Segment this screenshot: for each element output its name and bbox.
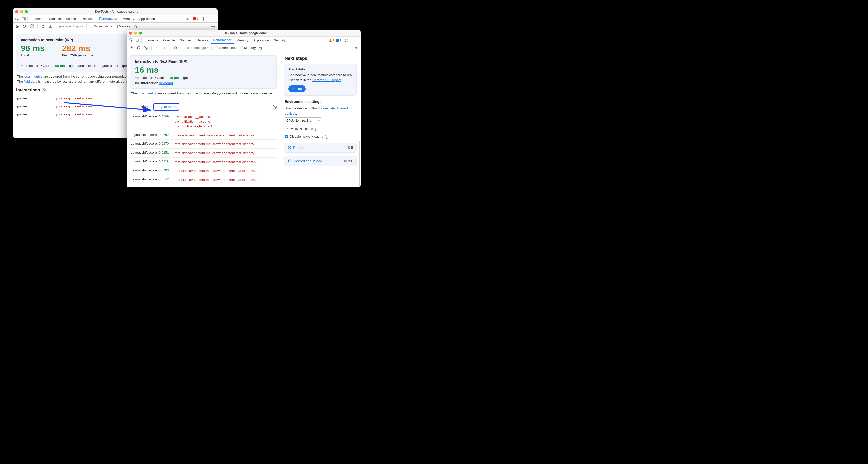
titlebar: DevTools - fonts.google.com/: [127, 30, 361, 37]
more-icon[interactable]: ⋮: [352, 38, 358, 42]
tab-sources[interactable]: Sources: [63, 15, 80, 22]
layout-shift-row[interactable]: Layout shift score: 0.0251 mat-sidenav-c…: [130, 149, 277, 158]
tab-performance[interactable]: Performance: [97, 15, 120, 22]
inp-value: 16 ms: [135, 65, 272, 74]
clear-icon[interactable]: [144, 46, 148, 50]
inp-interaction-link[interactable]: keyboard: [159, 81, 173, 85]
close-icon[interactable]: [129, 32, 132, 35]
interactions-tabs: Interactions Layout shifts: [130, 103, 277, 111]
tab-sources[interactable]: Sources: [177, 37, 194, 44]
recordings-dropdown[interactable]: (no recordings): [184, 46, 209, 50]
next-steps-pane: Next steps Field data See how your local…: [280, 52, 361, 187]
panel-settings-icon[interactable]: [354, 46, 359, 50]
layout-shift-row[interactable]: Layout shift score: 0.0228 mat-sidenav-c…: [130, 158, 277, 166]
layout-shift-list: Layout shift score: 0.0269 div.notificat…: [130, 113, 277, 184]
local-metrics-link[interactable]: local metrics: [24, 75, 42, 79]
close-icon[interactable]: [15, 10, 18, 13]
inp-card: Interaction to Next Paint (INP) 16 ms Yo…: [130, 55, 277, 89]
warnings-badge[interactable]: 1: [329, 39, 335, 42]
layout-shift-row[interactable]: Layout shift score: 0.0142 mat-sidenav-c…: [130, 175, 277, 184]
tab-elements[interactable]: Elements: [142, 37, 160, 44]
tab-memory[interactable]: Memory: [120, 15, 137, 22]
checkbox-icon: [215, 46, 218, 50]
inp-desc: Your local INP value of 16 ms is good.: [135, 76, 272, 80]
tab-memory[interactable]: Memory: [234, 37, 251, 44]
gc-icon[interactable]: [258, 46, 263, 50]
layout-shift-row[interactable]: Layout shift score: 0.0203 mat-sidenav-c…: [130, 166, 277, 175]
clear-icon[interactable]: [29, 25, 34, 28]
svg-rect-1: [22, 18, 25, 20]
reload-icon[interactable]: [136, 46, 141, 50]
inspect-icon[interactable]: [128, 38, 134, 42]
crux-link[interactable]: Chrome UX Report: [312, 78, 341, 82]
recordings-dropdown[interactable]: (no recordings): [59, 25, 83, 28]
upload-icon[interactable]: [155, 46, 160, 50]
home-icon[interactable]: [173, 46, 178, 50]
reload-icon[interactable]: [22, 25, 27, 28]
clear-list-icon[interactable]: [273, 105, 277, 109]
tab-security[interactable]: Security: [271, 37, 288, 44]
tab-elements[interactable]: Elements: [28, 15, 46, 22]
tab-network[interactable]: Network: [80, 15, 97, 22]
screenshots-checkbox[interactable]: Screenshots: [215, 46, 237, 50]
info-badge[interactable]: 1: [336, 39, 341, 42]
layout-shift-row[interactable]: Layout shift score: 0.0282 mat-sidenav-c…: [130, 131, 277, 140]
more-icon[interactable]: ⋮: [209, 17, 215, 21]
layout-shift-row[interactable]: Layout shift score: 0.0270 mat-sidenav-c…: [130, 140, 277, 149]
svg-rect-8: [136, 39, 138, 41]
inp-local-value: 96 ms: [21, 44, 44, 53]
download-icon: [162, 46, 167, 50]
settings-icon[interactable]: [343, 38, 350, 42]
disable-cache-checkbox[interactable]: Disable network cache ?: [285, 134, 356, 139]
inp-interaction: INP interaction keyboard: [135, 81, 272, 85]
tab-performance[interactable]: Performance: [211, 37, 234, 44]
record-action[interactable]: Record ⌘ E: [284, 143, 357, 153]
screenshots-checkbox[interactable]: Screenshots: [90, 25, 112, 28]
panel-settings-icon[interactable]: [211, 25, 216, 28]
checkbox-icon: [90, 25, 93, 28]
device-toolbar-icon[interactable]: [21, 17, 27, 21]
cpu-throttling-select[interactable]: CPU: No throttling: [285, 118, 321, 124]
warnings-badge[interactable]: 2: [186, 17, 191, 21]
tab-application[interactable]: Application: [251, 37, 272, 44]
field-data-link[interactable]: field data: [24, 80, 37, 83]
record-reload-action[interactable]: Record and reload ⌘ ⇧ E: [284, 156, 357, 166]
traffic-lights: [15, 10, 28, 13]
tab-network[interactable]: Network: [194, 37, 211, 44]
errors-badge[interactable]: 1: [193, 17, 198, 21]
overflow-icon[interactable]: »: [288, 38, 294, 42]
fullscreen-icon[interactable]: [139, 32, 142, 35]
device-toolbar-icon[interactable]: [134, 39, 141, 42]
record-icon[interactable]: [129, 46, 133, 50]
local-metrics-link[interactable]: local metrics: [138, 92, 156, 95]
overflow-icon[interactable]: »: [157, 17, 164, 21]
checkbox-checked-icon: [285, 135, 288, 138]
record-icon[interactable]: [14, 25, 20, 28]
subtab-interactions[interactable]: Interactions: [130, 104, 151, 110]
gc-icon[interactable]: [133, 25, 138, 28]
clear-interactions-icon[interactable]: [42, 88, 46, 92]
tab-console[interactable]: Console: [160, 37, 177, 44]
settings-icon[interactable]: [200, 17, 207, 21]
subtab-layout-shifts[interactable]: Layout shifts: [153, 103, 179, 111]
record-dot-icon: [288, 146, 291, 149]
fullscreen-icon[interactable]: [25, 10, 28, 13]
layout-shift-row[interactable]: Layout shift score: 0.0269 div.notificat…: [130, 113, 277, 131]
minimize-icon[interactable]: [20, 10, 23, 13]
inspect-icon[interactable]: [14, 17, 21, 21]
memory-checkbox[interactable]: Memory: [240, 46, 256, 50]
svg-point-6: [213, 26, 214, 27]
upload-icon[interactable]: [40, 25, 45, 28]
checkbox-icon: [115, 25, 118, 28]
devtools-tabbar: Elements Console Sources Network Perform…: [127, 37, 361, 44]
setup-button[interactable]: Set up: [288, 85, 306, 92]
tab-console[interactable]: Console: [46, 15, 63, 22]
download-icon[interactable]: [48, 25, 53, 28]
network-throttling-select[interactable]: Network: No throttling: [285, 126, 326, 132]
memory-checkbox[interactable]: Memory: [115, 25, 131, 28]
devtools-window-2: DevTools - fonts.google.com/ Elements Co…: [127, 30, 361, 187]
reload-icon: [288, 159, 292, 163]
minimize-icon[interactable]: [134, 32, 137, 35]
tab-application[interactable]: Application: [137, 15, 158, 22]
help-icon[interactable]: ?: [325, 135, 329, 138]
